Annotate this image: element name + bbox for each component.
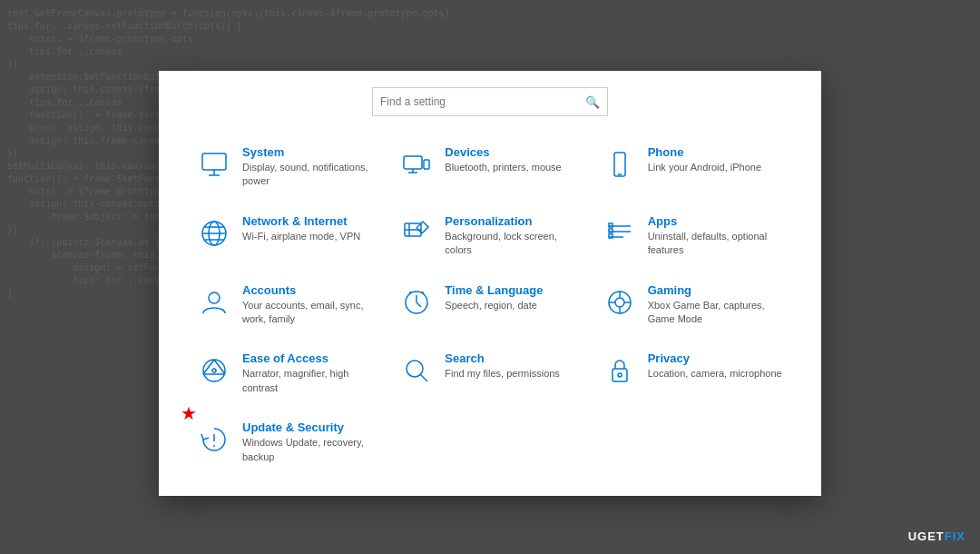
setting-item-devices[interactable]: DevicesBluetooth, printers, mouse — [388, 133, 591, 202]
setting-item-ease[interactable]: Ease of AccessNarrator, magnifier, high … — [186, 339, 388, 408]
devices-icon — [397, 145, 436, 183]
svg-point-27 — [615, 298, 624, 307]
devices-title: Devices — [445, 145, 561, 159]
phone-title: Phone — [648, 145, 761, 159]
setting-item-search[interactable]: SearchFind my files, permissions — [388, 339, 591, 408]
apps-title: Apps — [648, 214, 785, 228]
watermark: UGETFIX — [908, 529, 965, 543]
search-title: Search — [445, 351, 560, 365]
network-description: Wi-Fi, airplane mode, VPN — [242, 230, 360, 243]
update-description: Windows Update, recovery, backup — [242, 436, 379, 464]
phone-description: Link your Android, iPhone — [648, 161, 761, 174]
search-icon: 🔍 — [585, 95, 600, 109]
search-input[interactable] — [380, 95, 585, 108]
svg-rect-21 — [609, 223, 612, 227]
svg-rect-23 — [609, 234, 612, 238]
accounts-description: Your accounts, email, sync, work, family — [242, 299, 379, 327]
setting-item-time[interactable]: Time & LanguageSpeech, region, date — [388, 271, 591, 340]
apps-icon — [601, 214, 639, 252]
privacy-description: Location, camera, microphone — [648, 367, 782, 381]
setting-item-apps[interactable]: AppsUninstall, defaults, optional featur… — [592, 202, 794, 271]
setting-item-personalization[interactable]: PersonalizationBackground, lock screen, … — [388, 202, 591, 271]
svg-rect-7 — [614, 153, 625, 176]
network-title: Network & Internet — [242, 214, 360, 228]
personalization-description: Background, lock screen, colors — [445, 230, 582, 258]
personalization-title: Personalization — [445, 214, 582, 228]
svg-rect-39 — [612, 369, 627, 381]
privacy-title: Privacy — [648, 351, 782, 365]
system-icon — [195, 145, 233, 183]
setting-item-phone[interactable]: PhoneLink your Android, iPhone — [592, 133, 794, 202]
svg-rect-4 — [424, 160, 429, 169]
system-title: System — [242, 145, 379, 159]
search-description: Find my files, permissions — [445, 367, 560, 381]
svg-point-36 — [212, 369, 216, 372]
setting-item-gaming[interactable]: GamingXbox Game Bar, captures, Game Mode — [592, 271, 794, 340]
setting-item-privacy[interactable]: PrivacyLocation, camera, microphone — [592, 339, 794, 408]
phone-icon — [601, 145, 639, 183]
ease-description: Narrator, magnifier, high contrast — [242, 367, 379, 395]
search-icon — [397, 351, 436, 390]
svg-point-24 — [209, 292, 220, 303]
ease-icon — [195, 351, 233, 390]
settings-grid: SystemDisplay, sound, notifications, pow… — [159, 125, 821, 486]
watermark-text: UGET — [908, 529, 945, 543]
time-title: Time & Language — [445, 283, 543, 297]
settings-window: 🔍 SystemDisplay, sound, notifications, p… — [159, 71, 821, 496]
time-icon — [397, 283, 436, 322]
personalization-icon — [397, 214, 436, 252]
setting-item-accounts[interactable]: AccountsYour accounts, email, sync, work… — [186, 271, 388, 340]
update-icon — [195, 420, 233, 459]
gaming-title: Gaming — [648, 283, 785, 297]
apps-description: Uninstall, defaults, optional features — [648, 230, 785, 258]
setting-item-network[interactable]: Network & InternetWi-Fi, airplane mode, … — [186, 202, 388, 271]
accounts-icon — [195, 283, 233, 322]
update-title: Update & Security — [242, 420, 379, 434]
svg-rect-3 — [404, 156, 422, 169]
svg-rect-0 — [202, 153, 226, 170]
search-box: 🔍 — [372, 87, 608, 116]
accounts-title: Accounts — [242, 283, 379, 297]
gaming-description: Xbox Game Bar, captures, Game Mode — [648, 299, 785, 327]
svg-rect-22 — [609, 229, 612, 232]
svg-point-40 — [618, 373, 622, 377]
system-description: Display, sound, notifications, power — [242, 161, 379, 189]
network-icon — [195, 214, 233, 252]
search-bar-area: 🔍 — [159, 71, 821, 125]
devices-description: Bluetooth, printers, mouse — [445, 161, 561, 174]
svg-line-38 — [420, 374, 427, 381]
setting-item-system[interactable]: SystemDisplay, sound, notifications, pow… — [186, 133, 388, 202]
time-description: Speech, region, date — [445, 299, 543, 312]
privacy-icon — [601, 351, 639, 390]
gaming-icon — [601, 283, 639, 322]
setting-item-update[interactable]: Update & SecurityWindows Update, recover… — [186, 408, 388, 477]
ease-title: Ease of Access — [242, 351, 379, 365]
